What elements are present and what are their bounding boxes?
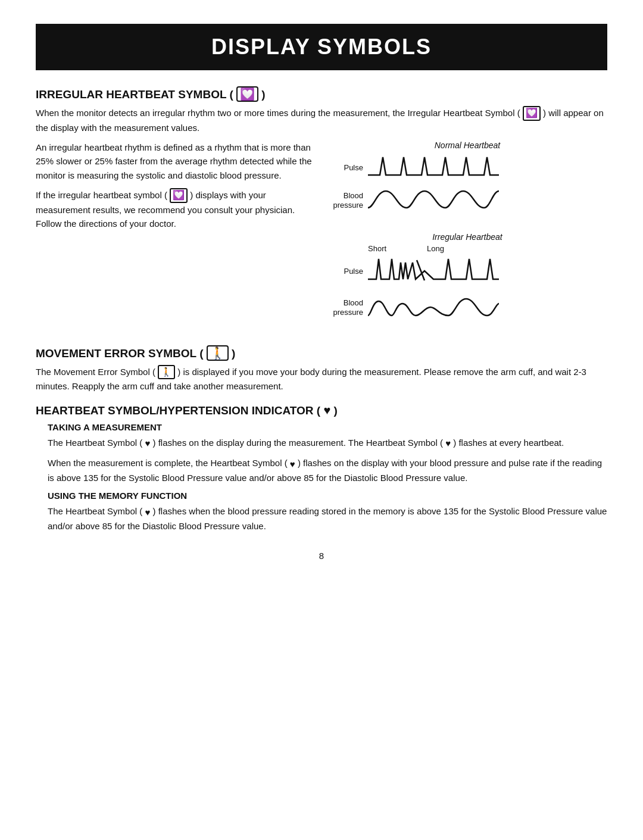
irregular-heartbeat-para2: An irregular heartbeat rhythm is defined… <box>36 140 316 182</box>
page-number: 8 <box>36 551 607 561</box>
irregular-pulse-label: Pulse <box>327 267 363 276</box>
using-memory-subheading: USING THE MEMORY FUNCTION <box>48 491 607 501</box>
using-memory-para: The Heartbeat Symbol ( ♥️ ) flashes when… <box>48 504 607 533</box>
heartbeat-hypertension-heading-text: HEARTBEAT SYMBOL/HYPERTENSION INDICATOR … <box>36 404 338 417</box>
irregular-blood-label: Bloodpressure <box>327 298 363 317</box>
section-movement-error: MOVEMENT ERROR SYMBOL ( 🚶 ) The Movement… <box>36 346 607 393</box>
section-heartbeat-hypertension: HEARTBEAT SYMBOL/HYPERTENSION INDICATOR … <box>36 404 607 533</box>
normal-blood-label: Bloodpressure <box>327 191 363 210</box>
irregular-heartbeat-diagram-label: Irregular Heartbeat <box>327 232 607 242</box>
long-label: Long <box>427 244 444 253</box>
normal-pulse-wave <box>368 152 607 183</box>
irregular-heartbeat-para3: If the irregular heartbeat symbol ( 💟 ) … <box>36 188 316 230</box>
irregular-heartbeat-heading: IRREGULAR HEARTBEAT SYMBOL ( 💟 ) <box>36 87 607 101</box>
movement-error-heading: MOVEMENT ERROR SYMBOL ( 🚶 ) <box>36 346 607 360</box>
heartbeat-hypertension-heading: HEARTBEAT SYMBOL/HYPERTENSION INDICATOR … <box>36 404 607 417</box>
irregular-heartbeat-two-col: An irregular heartbeat rhythm is defined… <box>36 140 607 335</box>
irregular-shortlong-labels: Short Long <box>368 244 607 253</box>
normal-heartbeat-label: Normal Heartbeat <box>327 140 607 150</box>
irregular-blood-wave <box>368 291 607 324</box>
irregular-heartbeat-diagram: Irregular Heartbeat Short Long Pulse <box>327 232 607 327</box>
normal-pulse-label: Pulse <box>327 163 363 173</box>
irregular-heartbeat-heading-text: IRREGULAR HEARTBEAT SYMBOL ( 💟 ) <box>36 87 266 101</box>
irregular-heartbeat-left: An irregular heartbeat rhythm is defined… <box>36 140 316 335</box>
normal-pulse-row: Pulse <box>327 152 607 183</box>
section-irregular-heartbeat: IRREGULAR HEARTBEAT SYMBOL ( 💟 ) When th… <box>36 87 607 335</box>
normal-blood-wave <box>368 185 607 216</box>
irregular-blood-row: Bloodpressure <box>327 291 607 324</box>
movement-error-symbol: 🚶 <box>207 345 229 361</box>
irregular-heartbeat-para1: When the monitor detects an irregular rh… <box>36 106 607 135</box>
movement-error-heading-text: MOVEMENT ERROR SYMBOL ( 🚶 ) <box>36 346 235 360</box>
taking-measurement-para2: When the measurement is complete, the He… <box>48 456 607 485</box>
irregular-heartbeat-symbol: 💟 <box>236 86 258 102</box>
taking-measurement-subheading: TAKING A MEASUREMENT <box>48 422 607 432</box>
page-title: DISPLAY SYMBOLS <box>48 35 595 60</box>
page-title-bar: DISPLAY SYMBOLS <box>36 24 607 70</box>
normal-blood-row: Bloodpressure <box>327 185 607 216</box>
short-label: Short <box>368 244 386 253</box>
irregular-pulse-wave <box>368 254 607 288</box>
taking-measurement-para1: The Heartbeat Symbol ( ♥️ ) flashes on t… <box>48 436 607 451</box>
irregular-heartbeat-right: Normal Heartbeat Pulse Bloodpressure <box>327 140 607 335</box>
heartbeat-hypertension-symbol: ♥️ <box>323 404 330 417</box>
normal-heartbeat-diagram: Normal Heartbeat Pulse Bloodpressure <box>327 140 607 218</box>
movement-error-para: The Movement Error Symbol ( 🚶 ) is displ… <box>36 365 607 393</box>
irregular-pulse-row: Pulse <box>327 254 607 288</box>
